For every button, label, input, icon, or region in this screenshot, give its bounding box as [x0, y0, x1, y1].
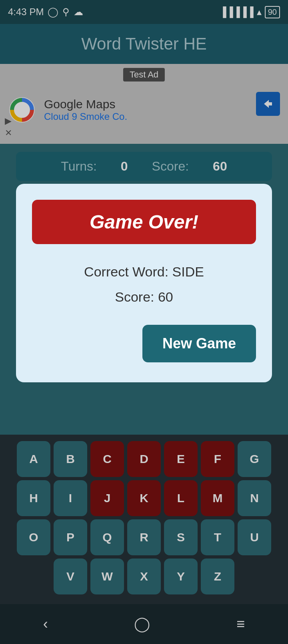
game-over-modal: Game Over! Correct Word: SIDE Score: 60 … [16, 184, 272, 382]
modal-overlay: Game Over! Correct Word: SIDE Score: 60 … [0, 0, 288, 644]
game-over-banner: Game Over! [32, 200, 256, 244]
new-game-button[interactable]: New Game [142, 325, 256, 362]
game-over-text: Game Over! [90, 211, 198, 233]
score-display-text: Score: 60 [32, 289, 256, 305]
correct-word-text: Correct Word: SIDE [32, 264, 256, 280]
